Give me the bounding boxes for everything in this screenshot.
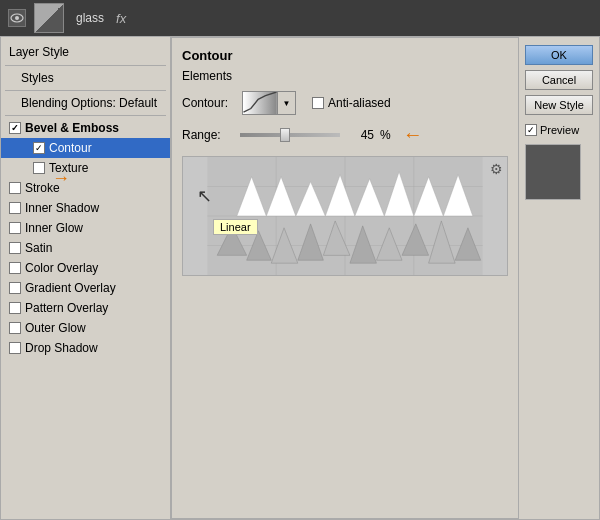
sidebar-item-stroke[interactable]: Stroke — [1, 178, 170, 198]
pattern-overlay-label: Pattern Overlay — [25, 301, 108, 315]
texture-label: Texture — [49, 161, 88, 175]
range-slider-container[interactable] — [240, 128, 340, 142]
drop-shadow-label: Drop Shadow — [25, 341, 98, 355]
sidebar-item-drop-shadow[interactable]: Drop Shadow — [1, 338, 170, 358]
stroke-checkbox[interactable] — [9, 182, 21, 194]
satin-checkbox[interactable] — [9, 242, 21, 254]
contour-field-label: Contour: — [182, 96, 234, 110]
anti-alias-row: Anti-aliased — [312, 96, 391, 110]
texture-checkbox[interactable] — [33, 162, 45, 174]
cancel-button[interactable]: Cancel — [525, 70, 593, 90]
preview-box — [525, 144, 581, 200]
layer-thumbnail — [34, 3, 64, 33]
sidebar-item-color-overlay[interactable]: Color Overlay — [1, 258, 170, 278]
chart-cursor-icon: ↖ — [197, 185, 212, 207]
stroke-label: Stroke — [25, 181, 60, 195]
range-slider-track[interactable] — [240, 133, 340, 137]
preview-row: Preview — [525, 124, 593, 200]
contour-checkbox[interactable] — [33, 142, 45, 154]
gradient-overlay-checkbox[interactable] — [9, 282, 21, 294]
panel-title: Contour — [182, 48, 508, 63]
range-row: Range: 45 % ← — [182, 123, 508, 146]
top-bar: glass fx — [0, 0, 600, 36]
inner-shadow-label: Inner Shadow — [25, 201, 99, 215]
blending-label: Blending Options: Default — [21, 96, 157, 110]
contour-chart-svg — [183, 157, 507, 275]
sidebar-item-gradient-overlay[interactable]: Gradient Overlay — [1, 278, 170, 298]
sidebar-item-blending[interactable]: Blending Options: Default — [1, 93, 170, 113]
svg-rect-2 — [244, 92, 277, 114]
inner-glow-checkbox[interactable] — [9, 222, 21, 234]
inner-shadow-checkbox[interactable] — [9, 202, 21, 214]
pattern-overlay-checkbox[interactable] — [9, 302, 21, 314]
contour-row: Contour: — [182, 91, 508, 115]
panel-subtitle: Elements — [182, 69, 508, 83]
layer-name: glass — [76, 11, 104, 25]
divider-2 — [5, 90, 166, 91]
anti-aliased-label: Anti-aliased — [328, 96, 391, 110]
sidebar-item-styles[interactable]: Styles — [1, 68, 170, 88]
sidebar-item-inner-shadow[interactable]: Inner Shadow — [1, 198, 170, 218]
range-thumb[interactable] — [280, 128, 290, 142]
sidebar-item-pattern-overlay[interactable]: Pattern Overlay — [1, 298, 170, 318]
contour-label: Contour — [49, 141, 92, 155]
bevel-emboss-label: Bevel & Emboss — [25, 121, 119, 135]
contour-preview[interactable] — [242, 91, 278, 115]
main-area: Contour Elements Contour: — [171, 37, 599, 519]
orange-arrow-range: ← — [403, 123, 423, 146]
drop-shadow-checkbox[interactable] — [9, 342, 21, 354]
range-value: 45 — [346, 128, 374, 142]
content-row: Contour Elements Contour: — [171, 37, 599, 519]
ok-button[interactable]: OK — [525, 45, 593, 65]
range-percent: % — [380, 128, 391, 142]
color-overlay-label: Color Overlay — [25, 261, 98, 275]
sidebar-item-inner-glow[interactable]: Inner Glow — [1, 218, 170, 238]
left-panel: Layer Style Styles Blending Options: Def… — [1, 37, 171, 519]
sidebar-item-outer-glow[interactable]: Outer Glow — [1, 318, 170, 338]
satin-label: Satin — [25, 241, 52, 255]
styles-label: Styles — [21, 71, 54, 85]
range-field-label: Range: — [182, 128, 234, 142]
buttons-column: OK Cancel New Style Preview — [519, 37, 599, 519]
new-style-button[interactable]: New Style — [525, 95, 593, 115]
bevel-emboss-checkbox[interactable] — [9, 122, 21, 134]
content-panel: Contour Elements Contour: — [171, 37, 519, 519]
chart-gear-icon[interactable]: ⚙ — [490, 161, 503, 177]
outer-glow-label: Outer Glow — [25, 321, 86, 335]
visibility-icon[interactable] — [8, 9, 26, 27]
contour-picker[interactable]: ▼ — [242, 91, 296, 115]
divider-1 — [5, 65, 166, 66]
preview-checkbox[interactable] — [525, 124, 537, 136]
preview-text: Preview — [540, 124, 579, 136]
anti-aliased-checkbox[interactable] — [312, 97, 324, 109]
gradient-overlay-label: Gradient Overlay — [25, 281, 116, 295]
fx-label: fx — [116, 11, 126, 26]
outer-glow-checkbox[interactable] — [9, 322, 21, 334]
sidebar-item-contour[interactable]: Contour — [1, 138, 170, 158]
sidebar-item-bevel-emboss[interactable]: Bevel & Emboss — [1, 118, 170, 138]
contour-chart-area[interactable]: ⚙ ↖ Linear — [182, 156, 508, 276]
inner-glow-label: Inner Glow — [25, 221, 83, 235]
color-overlay-checkbox[interactable] — [9, 262, 21, 274]
contour-dropdown-arrow[interactable]: ▼ — [278, 91, 296, 115]
svg-point-1 — [15, 16, 19, 20]
sidebar-item-satin[interactable]: Satin — [1, 238, 170, 258]
layer-style-dialog: Layer Style Styles Blending Options: Def… — [0, 36, 600, 520]
dialog-title: Layer Style — [1, 43, 170, 63]
preview-label-row: Preview — [525, 124, 593, 136]
divider-3 — [5, 115, 166, 116]
sidebar-item-texture[interactable]: Texture — [1, 158, 170, 178]
